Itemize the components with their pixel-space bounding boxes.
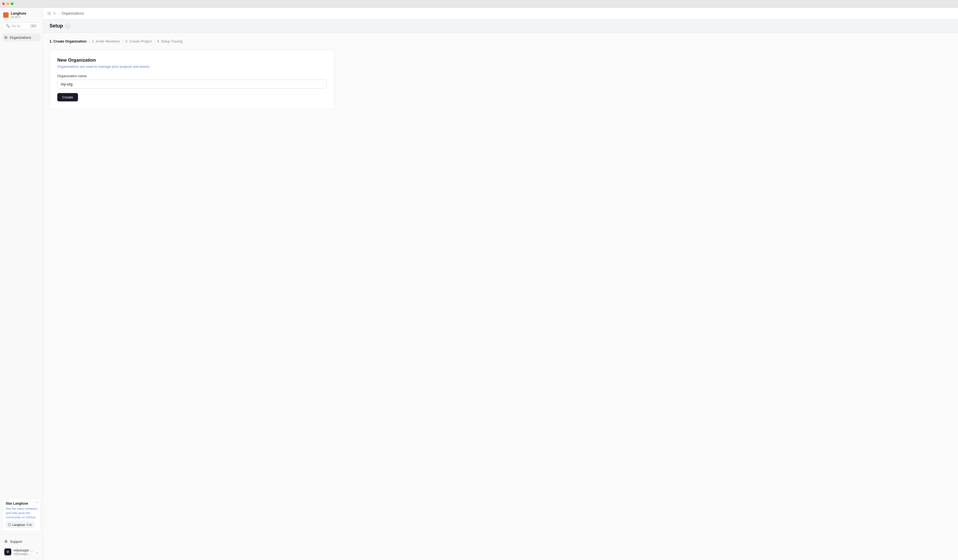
edit-icon[interactable]: ✎ — [53, 11, 56, 16]
page-inner: 1. Create Organization › 2. Invite Membe… — [43, 33, 958, 116]
star-banner-close-button[interactable]: × — [36, 501, 38, 504]
support-label: Support — [10, 539, 22, 544]
browser-maximize-dot — [11, 2, 13, 5]
step2-label: 2. Invite Members — [92, 39, 120, 43]
page-header: Setup i — [43, 19, 958, 33]
page-title: Setup — [49, 23, 63, 29]
steps-bar: 1. Create Organization › 2. Invite Membe… — [49, 39, 952, 43]
step-chevron-2: › — [122, 39, 123, 43]
step1-label: 1. Create Organization — [49, 39, 87, 43]
layout-icon[interactable]: ⊟ — [48, 11, 51, 16]
sidebar-item-organizations[interactable]: ⊞ Organizations — [2, 33, 41, 41]
step3-label: 3. Create Project — [125, 39, 152, 43]
main-content: ⊟ ✎ / Organizations Setup i 1. Create Or… — [43, 8, 958, 560]
step-create-project: 3. Create Project — [125, 39, 152, 43]
step-chevron-3: › — [154, 39, 155, 43]
step-setup-tracing: 4. Setup Tracing — [157, 39, 182, 43]
app-container: 🪄 Langfuse v3.28.3 🔍 Go to... ⌘K ⊞ Organ… — [0, 8, 958, 560]
user-avatar: V — [4, 549, 11, 555]
step-create-organization: 1. Create Organization — [49, 39, 87, 43]
star-banner-title: Star Langfuse — [6, 501, 37, 505]
sidebar-header: 🪄 Langfuse v3.28.3 — [0, 8, 43, 21]
topbar: ⊟ ✎ / Organizations — [43, 8, 958, 19]
user-name: vidyasagar ma... — [13, 549, 33, 552]
app-name-group: Langfuse v3.28.3 — [11, 11, 26, 19]
user-email: vidyasagar.machu... — [13, 552, 33, 555]
user-info: vidyasagar ma... vidyasagar.machu... — [13, 549, 33, 555]
browser-close-dot — [2, 2, 5, 5]
new-organization-card: New Organization Organizations are used … — [49, 50, 335, 109]
organizations-icon: ⊞ — [4, 35, 8, 40]
page-body: Setup i 1. Create Organization › 2. Invi… — [43, 19, 958, 560]
app-logo: 🪄 — [3, 13, 9, 18]
sidebar-user[interactable]: V vidyasagar ma... vidyasagar.machu... ⌄ — [2, 547, 41, 557]
sidebar-item-label: Organizations — [10, 35, 31, 40]
support-icon: ⚙ — [4, 539, 8, 544]
browser-minimize-dot — [6, 2, 9, 5]
app-name: Langfuse — [11, 11, 26, 15]
card-title: New Organization — [57, 57, 327, 63]
star-banner-description: See the latest releases and help grow th… — [6, 506, 37, 519]
star-count: 8.6k — [26, 523, 32, 527]
sidebar-bottom: ⚙ Support V vidyasagar ma... vidyasagar.… — [0, 535, 43, 560]
sidebar-nav: ⊞ Organizations — [0, 32, 43, 498]
sidebar: 🪄 Langfuse v3.28.3 🔍 Go to... ⌘K ⊞ Organ… — [0, 8, 43, 560]
org-name-label: Organization name — [57, 74, 327, 78]
breadcrumb-separator: / — [59, 11, 59, 16]
org-name-input[interactable] — [57, 79, 327, 89]
search-kbd: ⌘K — [30, 24, 37, 28]
github-label: Langfuse — [13, 523, 25, 527]
breadcrumb-organizations[interactable]: Organizations — [62, 11, 84, 15]
step-invite-members: 2. Invite Members — [92, 39, 120, 43]
browser-bar — [0, 0, 958, 8]
search-label: Go to... — [11, 24, 28, 28]
app-version: v3.28.3 — [11, 15, 26, 19]
github-icon: ⬡ — [8, 523, 11, 527]
search-bar[interactable]: 🔍 Go to... ⌘K — [3, 22, 40, 30]
chevron-down-icon: ⌄ — [36, 550, 38, 554]
info-icon[interactable]: i — [65, 24, 70, 29]
github-badge[interactable]: ⬡ Langfuse 8.6k — [6, 522, 35, 528]
step4-label: 4. Setup Tracing — [157, 39, 182, 43]
create-button[interactable]: Create — [57, 93, 78, 102]
sidebar-item-support[interactable]: ⚙ Support — [2, 538, 41, 546]
card-subtitle: Organizations are used to manage your pr… — [57, 65, 327, 68]
star-banner: × Star Langfuse See the latest releases … — [2, 498, 41, 531]
search-icon: 🔍 — [6, 24, 10, 28]
step-chevron-1: › — [89, 39, 90, 43]
